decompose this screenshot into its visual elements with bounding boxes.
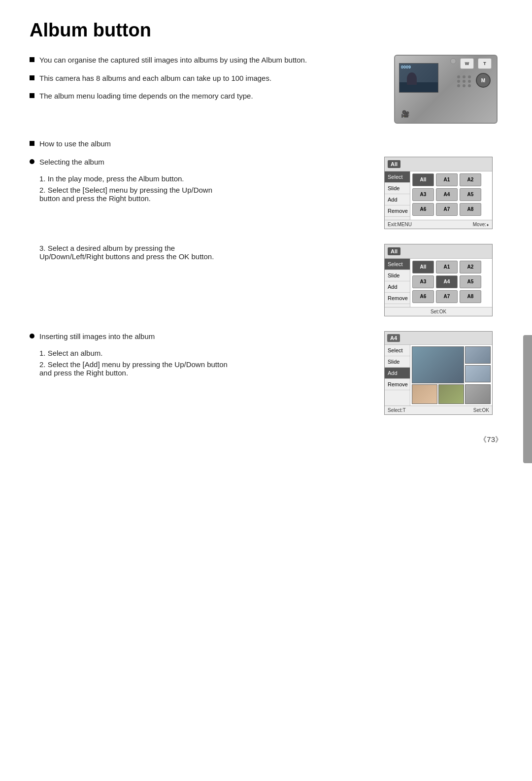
album-menu-3: A4 Select Slide Add Remove xyxy=(384,331,493,415)
footer-select-t: Select:T xyxy=(388,407,406,413)
inserting-step1-text: 1. Select an album. xyxy=(39,349,102,357)
menu2-image: All Select Slide Add Remove All A1 xyxy=(384,244,502,316)
menu3-body: Select Slide Add Remove xyxy=(385,345,492,406)
camera-dot xyxy=(468,75,471,78)
footer-setok: Set:OK xyxy=(431,309,446,314)
bullet-2: This camera has 8 albums and each album … xyxy=(30,73,384,84)
menu2-cell-all[interactable]: All xyxy=(412,261,434,273)
menu-item-select[interactable]: Select xyxy=(385,171,410,183)
selecting-steps: 1. In the play mode, press the Album but… xyxy=(39,174,365,203)
step-2: 2. Select the [Select] menu by pressing … xyxy=(39,186,365,203)
menu-item-add[interactable]: Add xyxy=(385,194,410,205)
step-3: 3. Select a desired album by pressing th… xyxy=(39,244,365,261)
menu1-footer: Exit:MENU Move:⬧ xyxy=(385,220,492,229)
menu2-cell-a5[interactable]: A5 xyxy=(460,275,481,288)
menu3-item-add[interactable]: Add xyxy=(385,368,410,379)
menu2-item-select[interactable]: Select xyxy=(385,259,410,270)
menu2-item-add[interactable]: Add xyxy=(385,281,410,293)
bullet-3: The album menu loading time depends on t… xyxy=(30,91,384,102)
page-title: Album button xyxy=(30,20,502,41)
camera-dot xyxy=(457,75,460,78)
camera-counter: 0009 xyxy=(401,65,411,69)
menu-item-slide[interactable]: Slide xyxy=(385,183,410,194)
inserting-section: Inserting still images into the album 1.… xyxy=(30,331,502,415)
menu1-body: Select Slide Add Remove All A1 A2 xyxy=(385,171,492,220)
album-cell-a3[interactable]: A3 xyxy=(412,188,434,201)
album-cell-a4[interactable]: A4 xyxy=(436,188,458,201)
all-tab-1: All xyxy=(388,160,400,168)
menu3-item-remove[interactable]: Remove xyxy=(385,379,410,390)
footer-exit: Exit:MENU xyxy=(388,222,412,227)
menu2-cell-a4[interactable]: A4 xyxy=(436,275,458,288)
camera-dot xyxy=(457,80,460,83)
camera-dot xyxy=(468,80,471,83)
inserting-title-item: Inserting still images into the album xyxy=(30,331,365,342)
menu1-sidebar: Select Slide Add Remove xyxy=(385,171,410,220)
photo-cell-6 xyxy=(465,384,491,404)
album-cell-a6[interactable]: A6 xyxy=(412,203,434,216)
how-to-label: How to use the album xyxy=(39,138,111,150)
inserting-step2-line1: 2. Select the [Add] menu by pressing the… xyxy=(39,360,228,369)
menu3-item-select[interactable]: Select xyxy=(385,345,410,356)
photo-cell-1 xyxy=(412,346,464,383)
bullet-1-text: You can organise the captured still imag… xyxy=(39,55,307,66)
album-row-3: A6 A7 A8 xyxy=(412,203,490,216)
camera-mockup: 0009 W T xyxy=(394,55,498,124)
camera-t-button[interactable]: T xyxy=(478,58,492,69)
menu2-item-remove[interactable]: Remove xyxy=(385,293,410,304)
step-1-text: 1. In the play mode, press the Album but… xyxy=(39,174,184,183)
bullet-square-icon xyxy=(30,93,34,98)
menu2-sidebar: Select Slide Add Remove xyxy=(385,259,410,307)
album-cell-a8[interactable]: A8 xyxy=(460,203,481,216)
bullet-square-icon xyxy=(30,75,34,80)
album-cell-all[interactable]: All xyxy=(412,173,434,186)
album-menu-2: All Select Slide Add Remove All A1 xyxy=(384,244,493,316)
selecting-label: Selecting the album xyxy=(39,157,104,168)
menu2-cell-a3[interactable]: A3 xyxy=(412,275,434,288)
album-menu-1: All Select Slide Add Remove xyxy=(384,157,493,229)
menu2-cell-a1[interactable]: A1 xyxy=(436,261,458,273)
menu3-item-slide[interactable]: Slide xyxy=(385,356,410,368)
photo-cell-4 xyxy=(412,384,437,404)
album-cell-a5[interactable]: A5 xyxy=(460,188,481,201)
camera-top-buttons: W T xyxy=(450,58,492,69)
bullet-3-text: The album menu loading time depends on t… xyxy=(39,91,253,102)
bullet-2-text: This camera has 8 albums and each album … xyxy=(39,73,271,84)
album-row-2: A3 A4 A5 xyxy=(412,188,490,201)
inserting-step-1: 1. Select an album. xyxy=(39,349,365,357)
menu2-cell-a6[interactable]: A6 xyxy=(412,290,434,303)
video-camera-icon: 🎥 xyxy=(401,110,409,118)
album-cell-a2[interactable]: A2 xyxy=(460,173,481,186)
how-to-title-item: How to use the album xyxy=(30,138,502,150)
menu2-footer: Set:OK xyxy=(385,307,492,316)
camera-dot xyxy=(463,84,466,87)
camera-m-button[interactable]: M xyxy=(476,73,491,88)
inserting-label: Inserting still images into the album xyxy=(39,331,155,342)
menu2-cell-a8[interactable]: A8 xyxy=(460,290,481,303)
inserting-text: Inserting still images into the album 1.… xyxy=(30,331,365,377)
inserting-step2-line2: and press the Right button. xyxy=(39,369,128,377)
menu2-cell-a7[interactable]: A7 xyxy=(436,290,458,303)
menu2-header: All xyxy=(385,244,492,259)
menu2-item-slide[interactable]: Slide xyxy=(385,270,410,281)
album-cell-a7[interactable]: A7 xyxy=(436,203,458,216)
step3-line2: Up/Down/Left/Right buttons and press the… xyxy=(39,252,214,261)
photo-cell-5 xyxy=(438,384,464,404)
menu3-footer: Select:T Set:OK xyxy=(385,406,492,414)
camera-w-button[interactable]: W xyxy=(460,58,474,69)
album-cell-a1[interactable]: A1 xyxy=(436,173,458,186)
menu3-sidebar: Select Slide Add Remove xyxy=(385,345,410,406)
menu2-cell-a2[interactable]: A2 xyxy=(460,261,481,273)
selecting-text: Selecting the album 1. In the play mode,… xyxy=(30,157,365,203)
camera-dot xyxy=(463,75,466,78)
footer-set-ok: Set:OK xyxy=(473,407,489,413)
menu2-album-row-2: A3 A4 A5 xyxy=(412,275,490,288)
camera-dot xyxy=(457,84,460,87)
menu1-image: All Select Slide Add Remove xyxy=(384,157,502,229)
inserting-steps: 1. Select an album. 2. Select the [Add] … xyxy=(39,349,365,377)
camera-dot xyxy=(463,80,466,83)
how-to-section: How to use the album Selecting the album… xyxy=(30,138,502,415)
menu-item-remove[interactable]: Remove xyxy=(385,205,410,217)
step-1: 1. In the play mode, press the Album but… xyxy=(39,174,365,183)
step3-line1: 3. Select a desired album by pressing th… xyxy=(39,244,175,252)
